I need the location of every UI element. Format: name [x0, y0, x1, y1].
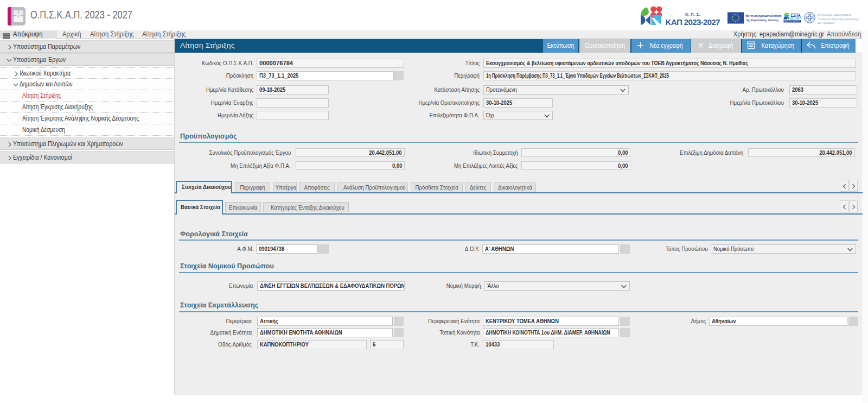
svg-text:2021-2027: 2021-2027 [789, 17, 801, 20]
svg-text:της Ευρωπαϊκής Ένωσης: της Ευρωπαϊκής Ένωσης [746, 18, 779, 22]
svg-text:ΚΑΠ 2023-2027: ΚΑΠ 2023-2027 [666, 17, 720, 27]
svg-text:ΑΝΑΠΤΥΞΗ ΓΙΑ ΟΛΟΥΣ: ΑΝΑΠΤΥΞΗ ΓΙΑ ΟΛΟΥΣ [784, 20, 800, 22]
svg-text:Ο. Π. Σ.: Ο. Π. Σ. [685, 12, 700, 16]
svg-text:Με τη συγχρηματοδότηση: Με τη συγχρηματοδότηση [746, 14, 782, 17]
